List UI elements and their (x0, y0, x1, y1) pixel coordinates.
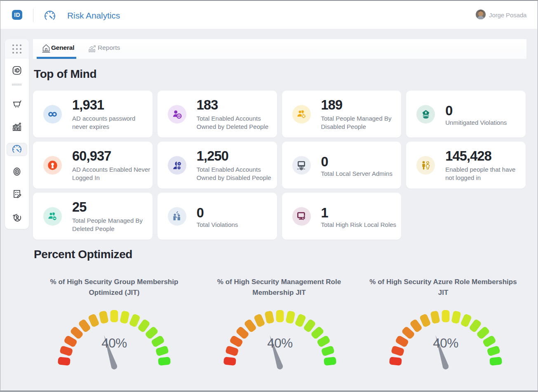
svg-text:40%: 40% (267, 336, 293, 350)
svg-text:40%: 40% (433, 336, 458, 350)
svg-text:40%: 40% (101, 336, 127, 350)
